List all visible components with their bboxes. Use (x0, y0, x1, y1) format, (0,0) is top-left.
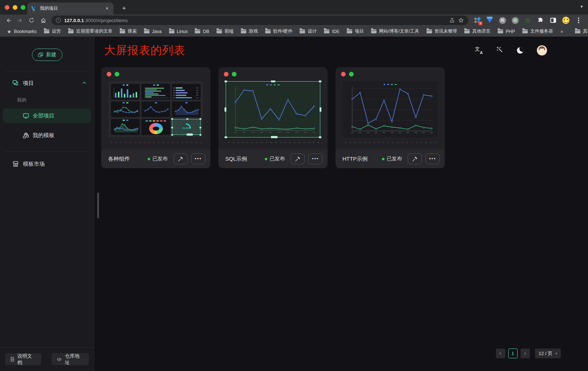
minimize-window-button[interactable] (13, 5, 17, 10)
tab-search-chevron-icon[interactable]: ▼ (580, 4, 584, 9)
bookmark-folder[interactable]: 文件服务器 (519, 27, 556, 36)
bookmarks-overflow-chevron[interactable]: » (558, 29, 566, 34)
extension-blue-gem-icon[interactable] (486, 17, 493, 24)
more-options-button[interactable]: ••• (191, 153, 205, 164)
user-avatar[interactable] (537, 45, 547, 55)
reload-icon[interactable] (26, 16, 37, 25)
page-size-select[interactable]: 12 / 页 ▾ (535, 349, 561, 358)
folder-icon (324, 29, 329, 33)
prev-page-button[interactable] (496, 349, 505, 358)
profile-avatar-emoji[interactable] (562, 17, 570, 24)
bookmark-folder[interactable]: 项目 (344, 27, 367, 36)
chevron-down-icon: ▾ (555, 351, 557, 355)
close-window-button[interactable] (5, 5, 9, 10)
card-thumbnail-selected-chart[interactable] (226, 81, 320, 137)
folder-icon (265, 29, 271, 33)
edit-hammer-button[interactable] (173, 153, 188, 164)
folder-icon (217, 29, 222, 33)
project-card-http-example[interactable]: HTTP示例 已发布 ••• (336, 67, 445, 168)
folder-icon (498, 29, 503, 33)
bookmarks-root[interactable]: ★ Bookmarks (4, 28, 40, 36)
next-page-button[interactable] (521, 349, 530, 358)
current-page-button[interactable]: 1 (508, 349, 518, 358)
sidebar-item-template-market[interactable]: 模板市场 (0, 160, 94, 168)
bookmark-folder-label: 前端 (225, 28, 234, 34)
project-card-various-components[interactable]: 25.00% 各种组件 已发布 ••• (101, 67, 210, 168)
extension-green-dot-icon[interactable] (511, 17, 519, 24)
bookmark-folder[interactable]: 搜索 (116, 27, 140, 36)
repository-button[interactable]: 仓库地址 (52, 353, 89, 365)
project-card-sql-example[interactable]: SQL示例 已发布 ••• (218, 67, 328, 168)
project-screens-icon (12, 79, 19, 87)
folder-icon (522, 29, 528, 33)
share-icon[interactable] (449, 17, 455, 23)
mini-hbar-chart (141, 84, 170, 100)
extension-green-star-icon[interactable]: ☆ (524, 17, 531, 24)
folder-icon (464, 29, 470, 33)
edit-hammer-button[interactable] (291, 153, 305, 164)
sidebar-item-my-templates[interactable]: 我的模板 (3, 128, 91, 143)
other-bookmarks-folder[interactable]: 其他书签 (572, 27, 588, 36)
bookmark-folder-label: 近期需要读的文章 (76, 28, 112, 34)
window-controls[interactable] (0, 5, 30, 10)
extension-command-icon[interactable]: ⌘ (499, 17, 506, 24)
bookmark-folder[interactable]: 网站/博客/文章/工具 (368, 27, 422, 36)
new-tab-button[interactable]: + (119, 4, 129, 14)
more-options-button[interactable]: ••• (308, 153, 322, 164)
more-options-button[interactable]: ••• (425, 153, 440, 164)
zoom-window-button[interactable] (21, 5, 25, 10)
bookmark-folder[interactable]: Java (141, 28, 165, 35)
mini-capsule-chart (172, 84, 201, 100)
edit-hammer-button[interactable] (408, 153, 422, 164)
bookmark-folder[interactable]: 运营 (41, 27, 64, 36)
project-name: HTTP示例 (342, 156, 378, 162)
magic-wand-icon[interactable] (496, 46, 503, 55)
side-panel-icon[interactable] (550, 17, 557, 24)
browser-menu-kebab-icon[interactable]: ••• (575, 17, 582, 24)
card-thumbnail-chart[interactable] (343, 81, 437, 137)
chevron-up-icon[interactable] (82, 80, 87, 86)
bookmark-folder-label: 游戏 (249, 28, 258, 34)
omnibox[interactable]: i 127.0.0.1:3000/#/project/items (52, 16, 468, 25)
status-badge: 已发布 (382, 156, 402, 162)
folder-icon (347, 29, 352, 33)
bookmark-folder-label: 设计 (308, 28, 317, 34)
card-footer: SQL示例 已发布 ••• (218, 149, 328, 168)
bookmark-folder[interactable]: 游戏 (238, 27, 261, 36)
bookmark-folder[interactable]: 资讯未整理 (423, 27, 461, 36)
bookmark-folder[interactable]: 软件/硬件 (262, 27, 296, 36)
status-badge: 已发布 (148, 156, 168, 162)
dark-mode-moon-icon[interactable] (517, 47, 523, 54)
home-icon[interactable] (38, 16, 49, 25)
tab-close-icon[interactable]: × (104, 6, 110, 12)
bookmark-folder[interactable]: DB (192, 28, 212, 35)
sidebar-section-project[interactable]: 项目 (0, 71, 94, 87)
bookmark-folder[interactable]: 近期需要读的文章 (65, 27, 116, 36)
bookmark-folder[interactable]: 设计 (296, 27, 320, 36)
card-red-dot (224, 72, 229, 77)
bookmark-star-icon[interactable] (458, 17, 464, 23)
bookmark-folder[interactable]: IDE (321, 28, 343, 35)
card-dots (101, 67, 210, 77)
bookmark-folder[interactable]: 其他语言 (461, 27, 494, 36)
bookmark-folder[interactable]: PHP (494, 28, 518, 35)
bookmark-folder-label: 网站/博客/文章/工具 (379, 28, 419, 34)
scrollbar-thumb[interactable] (97, 193, 99, 218)
bookmark-folder[interactable]: Linux (166, 28, 191, 35)
card-thumbnail-dashboard[interactable]: 25.00% (108, 81, 203, 137)
main-content: 大屏报表的列表 文A (94, 37, 588, 371)
url-text[interactable]: 127.0.0.1:3000/#/project/items (64, 18, 446, 23)
tab-title: 我的项目 (40, 5, 101, 12)
bookmark-folder-label: PHP (506, 29, 515, 34)
site-info-icon[interactable]: i (56, 18, 61, 23)
extensions-puzzle-icon[interactable] (537, 17, 544, 24)
back-icon[interactable] (3, 16, 14, 25)
bookmark-folder[interactable]: 前端 (213, 27, 237, 36)
extension-grid-diamond-icon[interactable]: 9 (473, 17, 481, 24)
card-dots (218, 67, 328, 77)
new-project-button[interactable]: 新建 (32, 49, 62, 61)
browser-tab[interactable]: 我的项目 × (27, 3, 114, 15)
sidebar-item-all-projects[interactable]: 全部项目 (3, 108, 91, 123)
translate-icon[interactable]: 文A (475, 46, 483, 54)
documentation-button[interactable]: 说明文档 (5, 353, 41, 365)
